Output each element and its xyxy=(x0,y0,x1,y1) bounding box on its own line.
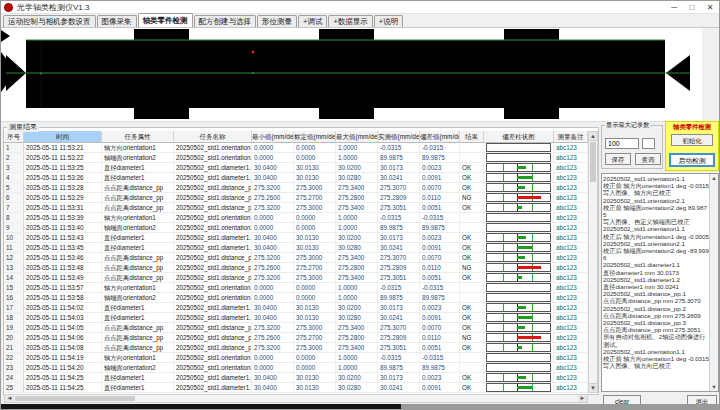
tab-1[interactable]: 运动控制与相机参数设置 xyxy=(3,15,96,27)
window-title: 光学轴类检测仪V1.3 xyxy=(17,2,89,13)
cell: 30.0400 xyxy=(252,313,294,322)
cell: 0.0091 xyxy=(420,173,460,182)
table-row[interactable]: 192025-05-11 11:54:05点点距离distance_pp2025… xyxy=(4,323,588,333)
log-line: 直径diameter1 mm 30.0241 xyxy=(603,283,709,290)
column-header[interactable]: 任务属性 xyxy=(102,131,174,142)
column-header[interactable]: 实测值(mm/deg) xyxy=(378,131,420,142)
shaft-image-view[interactable] xyxy=(1,28,702,122)
column-header[interactable]: 任务名称 xyxy=(174,131,252,142)
table-row[interactable]: 22025-05-11 11:53:22轴端面orientation220250… xyxy=(4,153,588,163)
column-header[interactable]: 偏差值(mm/deg) xyxy=(420,131,460,142)
table-vertical-scrollbar[interactable]: ▲ ▼ xyxy=(588,131,598,393)
cell: 275.3051 xyxy=(378,343,420,352)
cell xyxy=(460,363,484,372)
column-header[interactable]: 测量备注 xyxy=(554,131,588,142)
table-row[interactable]: 72025-05-11 11:53:31点点距离distance_pp20250… xyxy=(4,203,588,213)
table-row[interactable]: 62025-05-11 11:53:29点点距离distance_pp20250… xyxy=(4,193,588,203)
cell: 0.0000 xyxy=(252,283,294,292)
cell: 15 xyxy=(4,283,24,292)
log-output-box[interactable]: 20250502_std1.orientation1.1校正前 轴方向orien… xyxy=(601,173,719,392)
scroll-thumb[interactable] xyxy=(15,396,135,401)
record-count-unit-input[interactable] xyxy=(642,138,655,149)
table-horizontal-scrollbar[interactable]: ◄ ► xyxy=(4,394,588,403)
column-header[interactable]: 最大值(mm/deg) xyxy=(336,131,378,142)
table-row[interactable]: 82025-05-11 11:53:39轴方向orientation120250… xyxy=(4,213,588,223)
cell: 30.0400 xyxy=(252,373,294,382)
start-detection-button[interactable]: 启动检测 xyxy=(669,153,715,167)
tab-2[interactable]: 图像采集 xyxy=(97,15,137,27)
table-row[interactable]: 252025-05-11 11:54:25直径diameter120250502… xyxy=(4,383,588,393)
cell: OK xyxy=(460,323,484,332)
cell: 0.0000 xyxy=(294,143,336,152)
cell: 0.0051 xyxy=(420,203,460,212)
cell: 30.0200 xyxy=(336,373,378,382)
table-row[interactable]: 232025-05-11 11:54:20轴端面orientation22025… xyxy=(4,363,588,373)
scroll-right-icon[interactable]: ► xyxy=(578,395,587,402)
table-row[interactable]: 32025-05-11 11:53:25直径diameter120250502_… xyxy=(4,163,588,173)
log-scrollbar[interactable]: ▲ ▼ xyxy=(709,174,718,391)
table-row[interactable]: 212025-05-11 11:54:08点点距离distance_pp2025… xyxy=(4,343,588,353)
initialize-button[interactable]: 初始化 xyxy=(671,134,713,146)
log-line: 20250502_std1.distance_pp.2 xyxy=(603,305,709,312)
close-button[interactable]: ✕ xyxy=(701,1,719,14)
table-row[interactable]: 142025-05-11 11:53:49点点距离distance_pp2025… xyxy=(4,273,588,283)
note-cell: abc123 xyxy=(554,343,588,352)
record-count-input[interactable] xyxy=(605,138,639,149)
table-row[interactable]: 102025-05-11 11:53:43直径diameter120250502… xyxy=(4,233,588,243)
cell: 89.9875 xyxy=(420,223,460,232)
tab-8[interactable]: +说明 xyxy=(374,15,403,27)
column-header[interactable]: 偏差柱状图 xyxy=(484,131,554,142)
cell: OK xyxy=(460,163,484,172)
shaft-silhouette xyxy=(1,28,702,122)
deviation-bar-cell xyxy=(484,163,554,172)
tab-7[interactable]: +数据显示 xyxy=(328,15,372,27)
column-header[interactable]: 最小值(mm/deg) xyxy=(252,131,294,142)
table-row[interactable]: 152025-05-11 11:53:57轴方向orientation12025… xyxy=(4,283,588,293)
cell: 轴方向orientation1 xyxy=(102,213,174,222)
tab-5[interactable]: 形位测量 xyxy=(257,15,297,27)
cell: 0.0000 xyxy=(294,353,336,362)
table-row[interactable]: 42025-05-11 11:53:26直径diameter120250502_… xyxy=(4,173,588,183)
note-cell: abc123 xyxy=(554,323,588,332)
cell: 2 xyxy=(4,153,24,162)
cell: 2025-05-11 11:53:26 xyxy=(24,173,102,182)
column-header[interactable]: 时间 xyxy=(24,131,102,142)
table-row[interactable]: 52025-05-11 11:53:28点点距离distance_pp20250… xyxy=(4,183,588,193)
cell: 30.0400 xyxy=(252,173,294,182)
scroll-left-icon[interactable]: ◄ xyxy=(5,395,14,402)
table-row[interactable]: 162025-05-11 11:53:58轴端面orientation22025… xyxy=(4,293,588,303)
cell: 轴方向orientation1 xyxy=(102,283,174,292)
cell: 275.3400 xyxy=(336,343,378,352)
table-row[interactable]: 112025-05-11 11:53:45直径diameter120250502… xyxy=(4,243,588,253)
tab-6[interactable]: +调试 xyxy=(298,15,327,27)
scroll-thumb[interactable] xyxy=(590,142,596,182)
cell: 89.9875 xyxy=(420,363,460,372)
table-row[interactable]: 172025-05-11 11:54:02直径diameter120250502… xyxy=(4,303,588,313)
column-header[interactable]: 序号 xyxy=(4,131,24,142)
column-header[interactable]: 标定值(mm/deg) xyxy=(294,131,336,142)
minimize-button[interactable]: ─ xyxy=(665,1,683,14)
save-button[interactable]: 保存 xyxy=(605,153,631,165)
cell: 275.3000 xyxy=(294,343,336,352)
table-row[interactable]: 92025-05-11 11:53:40轴端面orientation220250… xyxy=(4,223,588,233)
scroll-down-icon[interactable]: ▼ xyxy=(710,383,718,391)
table-row[interactable]: 242025-05-11 11:54:25直径diameter120250502… xyxy=(4,373,588,383)
bottom-gray-strip xyxy=(401,404,720,410)
cell: 30.0400 xyxy=(252,303,294,312)
tab-3[interactable]: 轴类零件检测 xyxy=(138,13,193,27)
column-header[interactable]: 结果 xyxy=(460,131,484,142)
tab-4[interactable]: 配方创建与选择 xyxy=(194,15,257,27)
table-row[interactable]: 132025-05-11 11:53:48点点距离distance_pp2025… xyxy=(4,263,588,273)
cell: 2025-05-11 11:54:08 xyxy=(24,343,102,352)
table-row[interactable]: 202025-05-11 11:54:06点点距离distance_pp2025… xyxy=(4,333,588,343)
table-row[interactable]: 182025-05-11 11:54:03直径diameter120250502… xyxy=(4,313,588,323)
scroll-down-icon[interactable]: ▼ xyxy=(589,383,597,392)
scroll-up-icon[interactable]: ▲ xyxy=(589,132,597,141)
maximize-button[interactable]: □ xyxy=(683,1,701,14)
table-row[interactable]: 222025-05-11 11:54:19轴方向orientation12025… xyxy=(4,353,588,363)
log-line: 所有自动对焦相机、2轴运动图像进行测试。 xyxy=(603,333,709,347)
query-button[interactable]: 查询 xyxy=(635,153,661,165)
table-row[interactable]: 122025-05-11 11:53:46点点距离distance_pp2025… xyxy=(4,253,588,263)
table-row[interactable]: 12025-05-11 11:53:21轴方向orientation120250… xyxy=(4,143,588,153)
scroll-up-icon[interactable]: ▲ xyxy=(710,174,718,182)
